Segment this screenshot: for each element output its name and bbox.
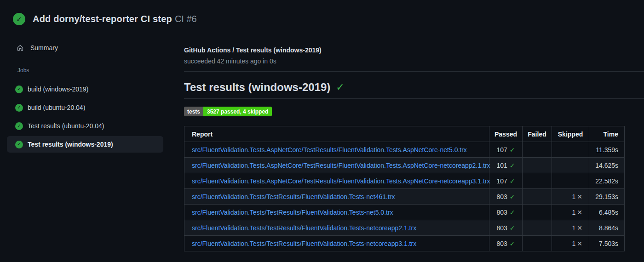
job-success-check-circle-icon: ✓ [15, 85, 23, 93]
table-row: src/FluentValidation.Tests.AspNetCore/Te… [184, 142, 625, 158]
table-row: src/FluentValidation.Tests.AspNetCore/Te… [184, 173, 625, 189]
report-link[interactable]: src/FluentValidation.Tests.AspNetCore/Te… [192, 177, 490, 185]
section-heading: Test results (windows-2019) ✓ [184, 80, 644, 94]
cross-icon: ✕ [577, 224, 582, 232]
failed-cell [523, 173, 552, 189]
home-icon [17, 44, 24, 51]
report-link[interactable]: src/FluentValidation.Tests.AspNetCore/Te… [192, 162, 490, 169]
run-title: Add dorny/test-reporter CI step [33, 14, 172, 24]
check-icon: ✓ [17, 105, 21, 110]
sidebar-item-job[interactable]: ✓ Test results (windows-2019) [7, 136, 163, 153]
report-link[interactable]: src/FluentValidation.Tests/TestResults/F… [192, 224, 416, 232]
app-root: { "header": { "title": "Add dorny/test-r… [0, 0, 644, 262]
time-cell: 22.582s [589, 173, 625, 189]
failed-cell [523, 236, 552, 251]
check-icon: ✓ [17, 87, 21, 91]
time-cell: 11.359s [589, 142, 625, 158]
workflow-breadcrumb: GitHub Actions / Test results (windows-2… [184, 46, 644, 54]
run-success-check-circle-icon: ✓ [13, 13, 25, 25]
summary-label: Summary [30, 44, 58, 51]
time-cell: 29.153s [589, 189, 625, 205]
column-header-passed: Passed [489, 126, 523, 142]
skipped-cell: 1✕ [552, 189, 589, 205]
skipped-cell: ✕ [552, 142, 589, 158]
report-link[interactable]: src/FluentValidation.Tests/TestResults/F… [192, 240, 416, 247]
table-row: src/FluentValidation.Tests/TestResults/F… [184, 220, 625, 236]
failed-cell [523, 158, 552, 173]
check-icon: ✓ [510, 193, 515, 200]
job-label: build (windows-2019) [28, 85, 88, 93]
check-icon: ✓ [16, 16, 22, 23]
failed-cell [523, 220, 552, 236]
time-cell: 7.503s [589, 236, 625, 251]
job-success-check-circle-icon: ✓ [15, 141, 23, 148]
table-row: src/FluentValidation.Tests.AspNetCore/Te… [184, 158, 625, 173]
tests-badge: tests 3527 passed, 4 skipped [184, 107, 272, 116]
jobs-section-label: Jobs [17, 67, 175, 74]
results-table: Report Passed Failed Skipped Time src/Fl… [184, 126, 625, 251]
report-cell: src/FluentValidation.Tests/TestResults/F… [184, 205, 489, 220]
check-icon: ✓ [510, 240, 515, 247]
table-header-row: Report Passed Failed Skipped Time [184, 126, 625, 142]
job-success-check-circle-icon: ✓ [15, 122, 23, 130]
job-label: Test results (ubuntu-20.04) [28, 122, 104, 130]
skipped-cell: ✕ [552, 158, 589, 173]
failed-cell [523, 189, 552, 205]
sidebar-item-job[interactable]: ✓ build (ubuntu-20.04) [7, 99, 163, 116]
run-number: CI #6 [175, 14, 197, 24]
skipped-cell: ✕ [552, 173, 589, 189]
failed-cell [523, 205, 552, 220]
column-header-failed: Failed [523, 126, 552, 142]
report-cell: src/FluentValidation.Tests/TestResults/F… [184, 189, 489, 205]
report-cell: src/FluentValidation.Tests/TestResults/F… [184, 236, 489, 251]
jobs-list: ✓ build (windows-2019) ✓ build (ubuntu-2… [0, 81, 175, 153]
run-status-line: succeeded 42 minutes ago in 0s [184, 57, 644, 65]
time-cell: 14.625s [589, 158, 625, 173]
sidebar-item-job[interactable]: ✓ Test results (ubuntu-20.04) [7, 118, 163, 134]
skipped-cell: 1✕ [552, 236, 589, 251]
table-row: src/FluentValidation.Tests/TestResults/F… [184, 205, 625, 220]
job-label: build (ubuntu-20.04) [28, 104, 85, 111]
passed-cell: 803✓ [489, 236, 523, 251]
run-title-group: Add dorny/test-reporter CI stepCI #6 [33, 14, 197, 24]
report-link[interactable]: src/FluentValidation.Tests/TestResults/F… [192, 209, 393, 216]
section-title: Test results (windows-2019) [184, 80, 330, 94]
passed-cell: 107✓ [489, 142, 523, 158]
report-cell: src/FluentValidation.Tests.AspNetCore/Te… [184, 173, 489, 189]
passed-cell: 101✓ [489, 158, 523, 173]
report-link[interactable]: src/FluentValidation.Tests.AspNetCore/Te… [192, 146, 467, 154]
passed-cell: 803✓ [489, 205, 523, 220]
report-cell: src/FluentValidation.Tests.AspNetCore/Te… [184, 142, 489, 158]
column-header-time: Time [589, 126, 625, 142]
run-header: ✓ Add dorny/test-reporter CI stepCI #6 [13, 13, 197, 25]
sidebar-item-summary[interactable]: Summary [0, 40, 175, 55]
cross-icon: ✕ [577, 193, 582, 200]
check-icon: ✓ [510, 177, 515, 185]
time-cell: 6.485s [589, 205, 625, 220]
passed-cell: 107✓ [489, 173, 523, 189]
report-link[interactable]: src/FluentValidation.Tests/TestResults/F… [192, 193, 395, 200]
badge-label: tests [184, 107, 203, 116]
check-icon: ✓ [510, 146, 515, 154]
check-icon: ✓ [510, 224, 515, 232]
heading-check-icon: ✓ [336, 82, 344, 92]
passed-cell: 803✓ [489, 220, 523, 236]
time-cell: 8.864s [589, 220, 625, 236]
sidebar: Summary Jobs ✓ build (windows-2019) ✓ bu… [0, 40, 175, 154]
job-label: Test results (windows-2019) [28, 141, 113, 148]
skipped-cell: 1✕ [552, 205, 589, 220]
job-success-check-circle-icon: ✓ [15, 104, 23, 112]
report-cell: src/FluentValidation.Tests.AspNetCore/Te… [184, 158, 489, 173]
table-row: src/FluentValidation.Tests/TestResults/F… [184, 189, 625, 205]
badge-value: 3527 passed, 4 skipped [203, 107, 272, 116]
column-header-report: Report [184, 126, 489, 142]
main-content: GitHub Actions / Test results (windows-2… [184, 46, 644, 251]
check-icon: ✓ [510, 209, 515, 216]
passed-cell: 803✓ [489, 189, 523, 205]
column-header-skipped: Skipped [552, 126, 589, 142]
header-divider [184, 71, 644, 72]
skipped-cell: 1✕ [552, 220, 589, 236]
table-row: src/FluentValidation.Tests/TestResults/F… [184, 236, 625, 251]
check-icon: ✓ [510, 162, 515, 169]
sidebar-item-job[interactable]: ✓ build (windows-2019) [7, 81, 163, 97]
